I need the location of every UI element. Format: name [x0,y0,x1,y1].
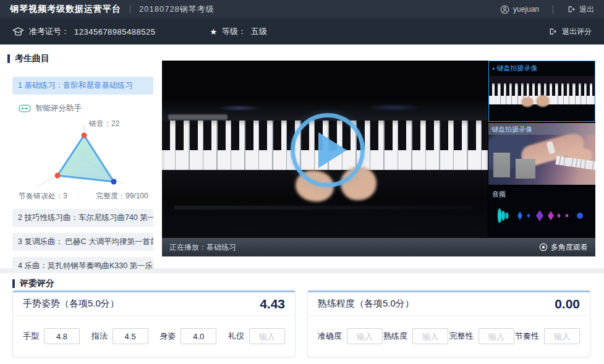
rhythm-input[interactable] [544,328,580,344]
title-accent-bar [7,54,10,63]
assistant-icon [19,104,31,112]
field-completeness: 完整性 [449,328,514,344]
reflection-glint [366,104,422,111]
smart-scoring-assistant: 智能评分助手 [19,103,160,114]
playlist-panel: 考生曲目 1 基础练习：音阶和琶音基础练习 智能评分助手 [7,53,160,275]
field-label: 节奏性 [515,331,539,342]
assistant-label: 智能评分助手 [35,103,82,114]
playlist-item-2[interactable]: 2 技巧性练习曲：车尔尼练习曲740 第一首 [12,209,153,227]
field-label: 完整性 [449,331,474,342]
mini-hand [521,97,534,107]
main-video-area[interactable] [162,61,488,238]
multi-angle-button[interactable]: 多角度观看 [539,242,588,253]
field-label: 准确度 [318,331,342,342]
exit-grading-button[interactable]: 退出评分 [548,27,592,37]
field-accuracy: 准确度 [318,328,383,344]
ticket-number: 12345678985488525 [74,27,155,36]
user-menu[interactable]: yuejuan [500,5,539,14]
video-player: ● 键盘拍摄录像 键盘拍摄录像 音频 [162,61,595,256]
level-info: ★ 等级： 五级 [210,26,267,37]
piano-front-glint [174,206,471,210]
card-score: 4.43 [260,297,285,311]
exit-grading-icon [548,27,557,36]
active-dot-icon: ● [492,66,495,70]
play-button[interactable] [291,113,365,187]
radar-label-wrong-notes: 错音：22 [89,119,119,129]
proficiency-card: 熟练程度（各项5.0分） 0.00 准确度 熟练度 完整性 节奏性 [307,290,590,357]
logout-icon [567,5,576,14]
completeness-input[interactable] [479,328,514,344]
exam-main-section: 考生曲目 1 基础练习：音阶和琶音基础练习 智能评分助手 [0,44,604,268]
audio-track-panel[interactable]: 音频 [488,186,595,238]
thumbnail-2-label-row: 键盘拍摄录像 [491,125,532,134]
field-proficiency: 熟练度 [383,328,448,344]
audio-waveform [491,202,592,229]
radar-svg [16,124,152,198]
accuracy-input[interactable] [347,328,383,344]
gesture-posture-card: 手势姿势（各项5.0分） 4.43 手型 指法 身姿 礼仪 [12,290,296,357]
thumbnail-keyboard-cam-2[interactable]: 键盘拍摄录像 [488,123,595,185]
field-label: 礼仪 [228,331,244,342]
playlist-title-row: 考生曲目 [7,53,160,64]
field-label: 手型 [23,331,39,342]
user-avatar-icon [500,5,509,14]
radar-label-completeness: 完整度：99/100 [96,191,148,201]
level-value: 五级 [251,26,267,37]
graduation-cap-icon [12,27,24,36]
player-status-bar: 正在播放：基础练习 多角度观看 [162,238,595,256]
reflection-glint [218,105,261,111]
judge-scoring-section: 评委评分 手势姿势（各项5.0分） 4.43 手型 指法 身姿 礼仪 [0,273,604,364]
playlist-item-4[interactable]: 4 乐曲：莫扎特钢琴奏鸣曲K330 第一乐章 [12,257,153,275]
ticket-info: 准考证号： 12345678985488525 [12,26,155,37]
field-label: 熟练度 [383,331,407,342]
fingering-input[interactable] [113,328,148,344]
exit-grading-label: 退出评分 [562,27,592,37]
etiquette-input[interactable] [249,328,285,344]
ticket-label: 准考证号： [29,26,69,37]
camera-angles-column: ● 键盘拍摄录像 键盘拍摄录像 音频 [488,61,595,238]
thumbnail-2-label: 键盘拍摄录像 [491,125,532,134]
gray-block [516,159,535,179]
mini-hand [536,95,550,107]
thumbnail-1-label-row: ● 键盘拍摄录像 [492,64,537,73]
field-fingering: 指法 [91,328,148,344]
mini-black-keys [489,83,595,96]
proficiency-input[interactable] [412,328,448,344]
piano-body [489,76,595,83]
username: yuejuan [513,5,539,14]
playlist-title: 考生曲目 [15,53,49,64]
video-watermark [168,114,228,120]
score-fields: 手型 指法 身姿 礼仪 [13,316,295,344]
multi-angle-label: 多角度观看 [551,242,588,253]
play-icon [318,132,347,168]
field-label: 身姿 [160,331,176,342]
gray-block [493,153,510,177]
scoring-title: 评委评分 [20,278,54,289]
radar-label-rhythm-errors: 节奏错误处：3 [19,191,67,201]
logout-label: 退出 [579,4,594,15]
playlist-item-3[interactable]: 3 复调乐曲： 巴赫C 大调平均律第一首前奏曲 [12,233,153,251]
thumbnail-1-label: 键盘拍摄录像 [496,64,537,73]
card-score: 0.00 [555,297,580,311]
hand-shape-input[interactable] [44,328,80,344]
posture-input[interactable] [181,328,216,344]
score-fields: 准确度 熟练度 完整性 节奏性 [308,316,590,344]
playlist-item-1[interactable]: 1 基础练习：音阶和琶音基础练习 [12,77,153,95]
field-rhythm: 节奏性 [515,328,580,344]
radar-chart: 错音：22 节奏错误处：3 完整度：99/100 [7,115,160,203]
header-divider [130,5,130,14]
card-title: 手势姿势（各项5.0分） [23,298,119,310]
now-playing-label: 正在播放：基础练习 [169,242,236,253]
app-title: 钢琴视频考级数据运营平台 [10,4,121,15]
title-accent-bar [12,279,15,288]
logout-button[interactable]: 退出 [567,4,594,15]
card-header: 熟练程度（各项5.0分） 0.00 [308,292,590,316]
field-hand-shape: 手型 [23,328,80,344]
scoring-title-row: 评委评分 [12,278,54,289]
top-header: 钢琴视频考级数据运营平台 20180728钢琴考级 yuejuan 退出 [0,0,604,19]
thumbnail-keyboard-cam-1[interactable]: ● 键盘拍摄录像 [488,61,595,122]
card-header: 手势姿势（各项5.0分） 4.43 [13,292,295,316]
header-divider [553,5,553,14]
field-label: 指法 [91,331,108,342]
exam-info-bar: 准考证号： 12345678985488525 ★ 等级： 五级 退出评分 [0,19,604,44]
